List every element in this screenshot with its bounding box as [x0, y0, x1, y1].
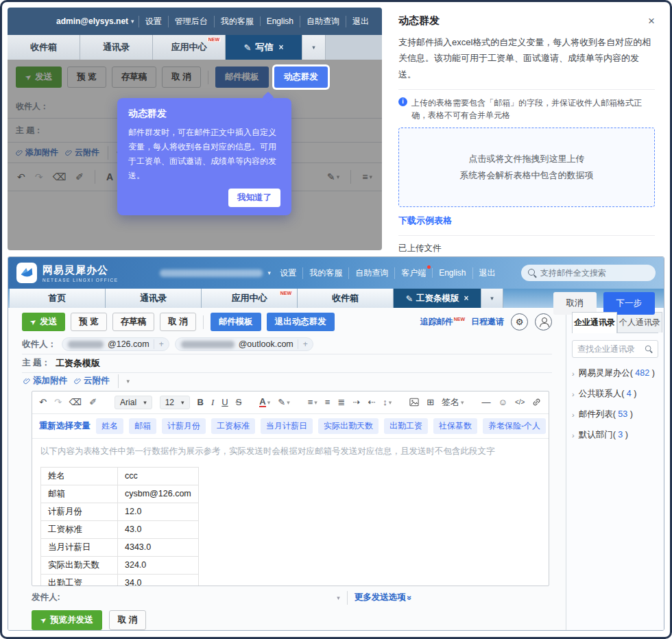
close-tab-icon[interactable]: × — [464, 293, 468, 303]
menu-logout[interactable]: 退出 — [472, 267, 502, 279]
code-icon[interactable]: </> — [515, 398, 525, 406]
menu-logout[interactable]: 退出 — [346, 16, 375, 27]
tab-corp-contacts[interactable]: 企业通讯录 — [572, 312, 617, 333]
bold-icon[interactable]: B — [197, 397, 204, 407]
account-menu[interactable]: admin@elysys.net ▾ — [56, 16, 139, 26]
menu-self-service[interactable]: 自助查询 — [348, 267, 394, 279]
settings-gear-button[interactable]: ⚙ — [511, 313, 528, 330]
exit-dynamic-send-button[interactable]: 退出动态群发 — [267, 313, 335, 331]
insert-image-icon[interactable] — [409, 398, 419, 407]
search-input[interactable] — [540, 268, 643, 278]
table-value[interactable]: 12.0 — [118, 503, 199, 520]
italic-icon[interactable]: I — [211, 397, 214, 408]
table-key[interactable]: 工资标准 — [41, 520, 118, 538]
var-chip-pay-month[interactable]: 计薪月份 — [162, 418, 206, 434]
subject-value[interactable]: 工资条模版 — [56, 357, 100, 370]
indent-icon[interactable]: ⇢ — [352, 397, 360, 407]
file-dropzone[interactable]: 点击或将文件拖拽到这里上传 系统将会解析表格中包含的数据项 — [398, 128, 655, 207]
var-chip-name[interactable]: 姓名 — [96, 418, 123, 434]
tab-app-center[interactable]: 应用中心 NEW — [202, 289, 298, 308]
schedule-invite-link[interactable]: 日程邀请 — [471, 316, 504, 328]
table-key[interactable]: 当月计薪日 — [41, 538, 118, 556]
chevron-down-icon[interactable]: ▾ — [127, 378, 130, 385]
dynamic-send-button-highlighted[interactable]: 动态群发 — [274, 67, 328, 88]
table-value[interactable]: 43.0 — [118, 520, 199, 538]
table-value[interactable]: cysbm@126.com — [118, 485, 199, 503]
add-attachment-link[interactable]: 添加附件 — [23, 375, 67, 387]
table-key[interactable]: 出勤工资 — [41, 574, 118, 586]
menu-client[interactable]: 客户端 — [394, 267, 432, 279]
var-chip-actual-attendance[interactable]: 实际出勤天数 — [318, 418, 379, 434]
menu-english[interactable]: English — [432, 268, 472, 278]
menu-support[interactable]: 我的客服 — [214, 16, 260, 27]
tab-inbox[interactable]: 收件箱 — [298, 289, 394, 308]
tab-salary-template-active[interactable]: ✎ 工资条模版 × — [394, 289, 481, 308]
send-button[interactable]: ➤ 发送 — [22, 313, 65, 331]
font-size-select[interactable]: 12 ▾ — [160, 396, 190, 409]
recipient-chip-2[interactable]: @outlook.com + — [175, 337, 313, 351]
mail-template-button[interactable]: 邮件模板 — [211, 313, 261, 331]
var-chip-attendance-pay[interactable]: 出勤工资 — [384, 418, 428, 434]
sidebar-group-mail-lists[interactable]: › 邮件列表( 53 ) — [572, 409, 658, 420]
format-painter-icon[interactable]: ✐ — [89, 397, 97, 407]
redo-icon[interactable]: ↷ — [54, 397, 62, 407]
table-key[interactable]: 计薪月份 — [41, 503, 118, 520]
menu-self-service[interactable]: 自助查询 — [300, 16, 346, 27]
highlight-icon[interactable]: ✎ ▾ — [278, 397, 289, 407]
var-chip-email[interactable]: 邮箱 — [129, 418, 156, 434]
line-height-icon[interactable]: ↕ ▾ — [383, 397, 392, 407]
close-icon[interactable]: × — [648, 15, 655, 27]
add-contact-button[interactable] — [535, 313, 552, 330]
track-mail-link[interactable]: 追踪邮件NEW — [420, 316, 464, 328]
var-chip-salary-standard[interactable]: 工资标准 — [211, 418, 255, 434]
blurred-account-email[interactable] — [160, 269, 263, 277]
sidebar-search[interactable] — [572, 340, 658, 358]
recipient-chip-1[interactable]: @126.com + — [62, 337, 169, 351]
numbered-list-icon[interactable]: ≣ — [337, 397, 345, 407]
menu-support[interactable]: 我的客服 — [302, 267, 348, 279]
tooltip-confirm-button[interactable]: 我知道了 — [228, 189, 280, 207]
save-draft-button[interactable]: 存草稿 — [112, 313, 155, 331]
tab-list-dropdown[interactable]: ▾ — [302, 35, 326, 60]
tab-contacts[interactable]: 通讯录 — [80, 35, 153, 60]
plus-icon[interactable]: + — [154, 339, 169, 349]
menu-settings[interactable]: 设置 — [139, 16, 168, 27]
tab-contacts[interactable]: 通讯录 — [106, 289, 202, 308]
reselect-variables-link[interactable]: 重新选择变量 — [39, 420, 91, 432]
link-icon[interactable] — [532, 398, 541, 407]
menu-english[interactable]: English — [260, 16, 300, 26]
horizontal-rule-icon[interactable]: — — [482, 397, 491, 407]
var-chip-social-base[interactable]: 社保基数 — [433, 418, 477, 434]
undo-icon[interactable]: ↶ — [39, 397, 47, 407]
var-chip-pension[interactable]: 养老保险-个人 — [483, 418, 546, 434]
underline-icon[interactable]: U — [221, 397, 228, 407]
font-color-icon[interactable]: A ▾ — [259, 397, 270, 407]
menu-settings[interactable]: 设置 — [274, 267, 302, 279]
plus-icon[interactable]: + — [298, 339, 313, 349]
var-chip-pay-days[interactable]: 当月计薪日 — [261, 418, 313, 434]
tab-inbox[interactable]: 收件箱 — [8, 35, 80, 60]
align-icon[interactable]: ≡ ▾ — [308, 397, 317, 407]
cancel-button[interactable]: 取 消 — [160, 313, 195, 331]
strikethrough-icon[interactable]: S — [236, 397, 242, 407]
table-value[interactable]: ccc — [118, 467, 199, 485]
tab-list-dropdown[interactable]: ▾ — [481, 289, 503, 308]
sidebar-group-lingxi[interactable]: › 网易灵犀办公( 482 ) — [572, 367, 658, 379]
emoji-icon[interactable]: ☺ — [499, 397, 507, 407]
cancel-button[interactable]: 取 消 — [109, 610, 146, 630]
chevron-down-icon[interactable]: ▾ — [268, 269, 272, 276]
table-value[interactable]: 34.0 — [118, 574, 199, 586]
table-key[interactable]: 邮箱 — [41, 485, 118, 503]
sidebar-group-default-dept[interactable]: › 默认部门( 3 ) — [572, 429, 658, 441]
global-search[interactable] — [521, 265, 656, 281]
close-tab-icon[interactable]: × — [278, 43, 283, 52]
signature-menu[interactable]: 签名 ▾ — [442, 396, 464, 409]
font-family-select[interactable]: Arial ▾ — [115, 396, 152, 409]
tab-personal-contacts[interactable]: 个人通讯录 — [617, 312, 662, 333]
bullet-list-icon[interactable]: ≡ — [325, 397, 331, 407]
table-value[interactable]: 4343.0 — [118, 538, 199, 556]
tab-compose-active[interactable]: ✎ 写信 × — [226, 35, 302, 60]
editor-content[interactable]: 以下内容为表格文件中第一行数据作为展示参考，实际发送时会根据对应邮箱号发送对应信… — [32, 439, 549, 586]
eraser-icon[interactable]: ⌫ — [69, 397, 82, 407]
sidebar-group-public-contacts[interactable]: › 公共联系人( 4 ) — [572, 388, 658, 400]
